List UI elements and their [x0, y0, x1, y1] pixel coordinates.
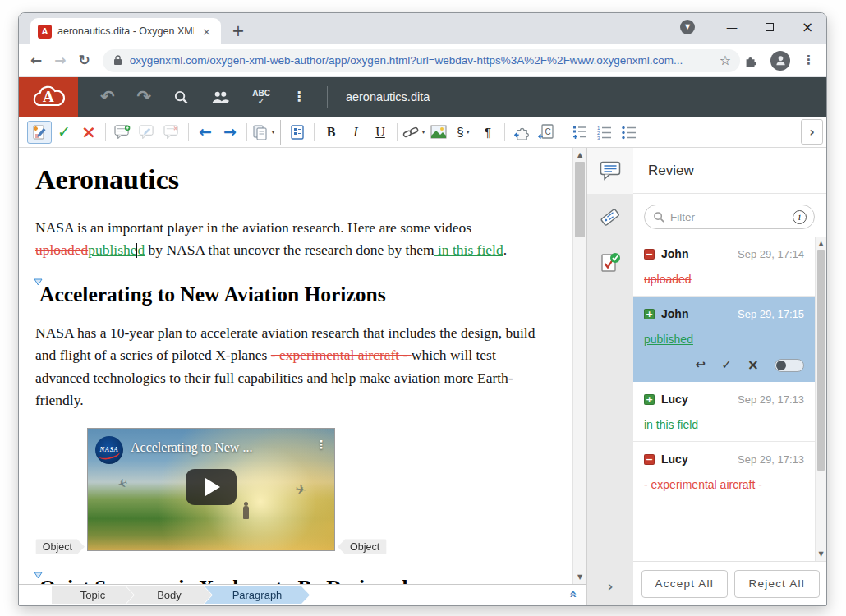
track-changes-button[interactable]: [27, 121, 52, 144]
keywords-panel-tab[interactable]: [587, 194, 633, 240]
filter-input[interactable]: [670, 211, 788, 223]
breadcrumb-collapse-icon[interactable]: «: [568, 591, 580, 599]
link-button[interactable]: ▾: [402, 121, 426, 144]
scroll-down-icon[interactable]: ▼: [816, 548, 826, 560]
extensions-puzzle-icon[interactable]: [743, 53, 758, 68]
tab-close-icon[interactable]: ×: [200, 25, 214, 38]
section-heading-2: Quiet Supersonic X-plane to Be Designed: [35, 576, 551, 584]
maximize-button[interactable]: [751, 15, 789, 39]
scroll-up-icon[interactable]: ▲: [573, 149, 586, 161]
lock-icon: [113, 55, 122, 66]
reject-change-icon[interactable]: ×: [747, 358, 759, 372]
section-button[interactable]: §▾: [451, 121, 476, 144]
accept-change-icon[interactable]: ✓: [721, 359, 732, 371]
browser-menu-icon[interactable]: ⋮: [802, 54, 815, 67]
bold-button[interactable]: B: [319, 121, 343, 144]
reject-change-button[interactable]: ×: [76, 121, 101, 144]
insert-image-button[interactable]: [426, 121, 451, 144]
edit-comment-button[interactable]: [135, 121, 159, 144]
insert-fragment-button[interactable]: [509, 121, 534, 144]
review-panel-tab[interactable]: [587, 148, 633, 194]
accept-all-button[interactable]: Accept All: [641, 570, 728, 598]
breadcrumb-paragraph[interactable]: Paragraph: [205, 586, 310, 604]
ordered-list-button[interactable]: 123: [592, 121, 617, 144]
oxygen-logo[interactable]: A: [19, 77, 78, 117]
review-panel: Review i − John Sep 29, 17:14: [633, 148, 826, 605]
filter-info-icon[interactable]: i: [793, 210, 807, 224]
paragraph-marks-button[interactable]: ¶: [476, 121, 500, 144]
section-collapse-icon[interactable]: [34, 568, 43, 582]
panel-collapse-icon[interactable]: ›: [587, 568, 633, 605]
video-play-button[interactable]: [186, 469, 237, 505]
reload-icon[interactable]: ↻: [79, 53, 90, 67]
youtube-video-embed[interactable]: ✈ ✈ NASA Accelerating to New ... ⋮: [87, 428, 335, 551]
review-list-scrollbar[interactable]: ▲ ▼: [815, 237, 826, 561]
validation-panel-tab[interactable]: [587, 240, 633, 286]
unordered-list-button[interactable]: [617, 121, 641, 144]
browser-tab[interactable]: A aeronautics.dita - Oxygen XML W ×: [30, 18, 221, 44]
scroll-down-icon[interactable]: ▼: [573, 571, 586, 583]
concurrent-users-icon[interactable]: [211, 90, 230, 105]
italic-button[interactable]: I: [343, 121, 368, 144]
review-entry[interactable]: − John Sep 29, 17:14 uploaded: [633, 237, 815, 297]
reply-icon[interactable]: ↩: [696, 359, 706, 371]
review-panel-toggle-button[interactable]: [285, 121, 310, 144]
add-comment-button[interactable]: [110, 121, 135, 144]
tracked-deletion[interactable]: - experimental aircraft -: [271, 347, 412, 363]
definition-list-button[interactable]: [568, 121, 592, 144]
next-change-button[interactable]: →: [218, 121, 242, 144]
document-canvas[interactable]: Aeronautics NASA is an important player …: [19, 148, 572, 584]
forward-icon[interactable]: →: [54, 53, 66, 67]
reuse-content-button[interactable]: C: [534, 121, 559, 144]
breadcrumb-topic[interactable]: Topic: [52, 586, 134, 604]
oxygen-favicon-icon: A: [38, 25, 52, 39]
search-icon[interactable]: [173, 90, 189, 105]
reject-all-button[interactable]: Reject All: [734, 570, 821, 598]
accept-change-button[interactable]: ✓: [52, 121, 76, 144]
copy-paste-button[interactable]: ▾: [251, 121, 276, 144]
close-button[interactable]: ×: [789, 15, 826, 39]
review-entry[interactable]: + Lucy Sep 29, 17:13 in this field: [633, 382, 815, 442]
tracked-insertion[interactable]: d: [137, 241, 145, 258]
object-start-tag[interactable]: Object: [36, 540, 85, 554]
underline-button[interactable]: U: [368, 121, 393, 144]
section-collapse-icon[interactable]: [34, 274, 43, 289]
entry-deleted-text: - experimental aircraft -: [644, 478, 762, 491]
scrollbar-thumb[interactable]: [817, 250, 825, 471]
tracked-insertion[interactable]: in this field: [434, 241, 503, 258]
spell-check-icon[interactable]: ABC ✓: [252, 89, 270, 106]
document-paragraph-2: NASA has a 10-year plan to accelerate av…: [35, 322, 551, 411]
address-bar[interactable]: oxygenxml.com/oxygen-xml-web-author/app/…: [103, 49, 740, 72]
video-title[interactable]: Accelerating to New ...: [131, 440, 252, 455]
video-menu-icon[interactable]: ⋮: [315, 439, 327, 450]
oxygen-app-header: A ↶ ↷ ABC ✓ ⋮ aeronautics.dita: [19, 77, 826, 117]
video-object-row: Object ✈ ✈ NASA Accelerating to New ... …: [87, 428, 335, 551]
tracked-insertion[interactable]: publishe: [88, 241, 136, 258]
profile-avatar[interactable]: [770, 51, 790, 71]
undo-icon[interactable]: ↶: [100, 89, 115, 106]
track-toggle-switch[interactable]: [775, 359, 804, 372]
tracked-deletion[interactable]: uploaded: [35, 241, 88, 258]
previous-change-button[interactable]: ←: [193, 121, 218, 144]
scroll-up-icon[interactable]: ▲: [816, 237, 826, 250]
redo-icon[interactable]: ↷: [137, 89, 152, 106]
bookmark-star-icon[interactable]: ☆: [720, 54, 731, 67]
entry-inserted-text: in this field: [644, 418, 698, 431]
delete-comment-button[interactable]: [159, 121, 184, 144]
document-title: Aeronautics: [35, 164, 551, 195]
scrollbar-thumb[interactable]: [575, 162, 585, 237]
toolbar-expand-button[interactable]: ›: [801, 119, 823, 145]
header-more-icon[interactable]: ⋮: [292, 90, 306, 103]
breadcrumb-body[interactable]: Body: [126, 586, 212, 604]
tab-search-icon[interactable]: ▼: [680, 20, 695, 34]
entry-timestamp: Sep 29, 17:13: [738, 453, 804, 466]
review-filter-box[interactable]: i: [644, 205, 815, 229]
header-divider: [327, 86, 328, 108]
review-entry[interactable]: − Lucy Sep 29, 17:13 - experimental airc…: [633, 442, 815, 501]
review-entry-selected[interactable]: + John Sep 29, 17:15 published ↩ ✓ ×: [633, 297, 815, 382]
document-scrollbar[interactable]: ▲ ▼: [572, 148, 586, 584]
back-icon[interactable]: ←: [30, 53, 42, 67]
minimize-button[interactable]: —: [713, 15, 751, 39]
object-end-tag[interactable]: Object: [338, 540, 386, 554]
new-tab-button[interactable]: +: [232, 23, 245, 39]
